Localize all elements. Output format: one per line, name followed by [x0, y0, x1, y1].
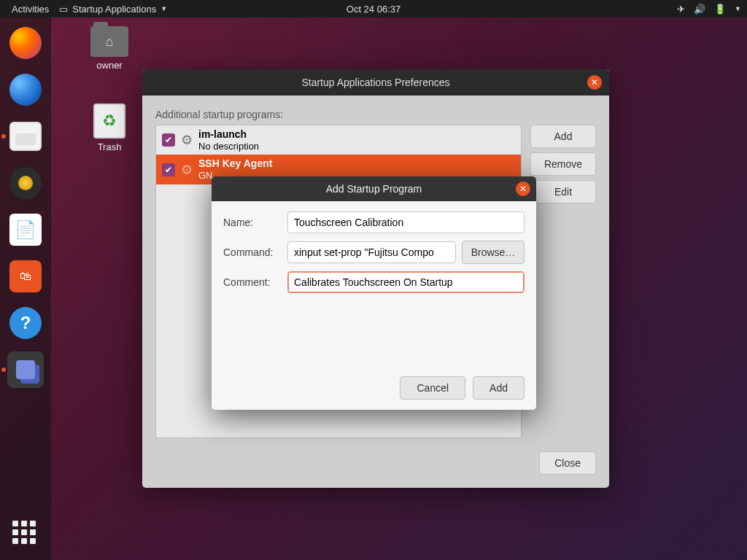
activities-button[interactable]: Activities	[6, 4, 55, 15]
dialog-title: Add Startup Program	[326, 183, 422, 195]
program-name: im-launch	[198, 128, 259, 141]
gear-icon: ⚙	[181, 162, 193, 178]
top-panel: Activities ▭ Startup Applications ▼ Oct …	[0, 0, 747, 18]
show-applications-button[interactable]	[12, 521, 39, 547]
program-description: No description	[198, 141, 259, 152]
edit-button[interactable]: Edit	[530, 180, 596, 203]
list-item[interactable]: ✔ ⚙ im-launch No description	[156, 125, 521, 155]
dock-thunderbird[interactable]	[7, 71, 44, 108]
close-icon: ✕	[591, 77, 598, 88]
dock-software[interactable]: 🛍	[7, 258, 44, 295]
chevron-down-icon: ▼	[160, 5, 167, 12]
app-menu-label: Startup Applications	[72, 4, 156, 15]
home-icon: ⌂	[90, 26, 128, 57]
dock: 📄 🛍 ?	[0, 18, 51, 560]
desktop-icon-label: Trash	[80, 141, 139, 152]
window-titlebar[interactable]: Startup Applications Preferences ✕	[142, 69, 609, 96]
clock[interactable]: Oct 24 06:37	[347, 4, 400, 15]
name-input[interactable]	[287, 211, 525, 233]
comment-label: Comment:	[223, 276, 282, 288]
add-button[interactable]: Add	[530, 125, 596, 148]
checkbox-enabled[interactable]: ✔	[162, 163, 175, 176]
recycle-icon: ♻	[95, 105, 124, 137]
program-name: SSH Key Agent	[198, 158, 272, 170]
dock-startup-applications[interactable]	[7, 351, 44, 388]
command-label: Command:	[223, 246, 282, 258]
desktop-home-folder[interactable]: ⌂ owner	[80, 26, 139, 71]
comment-input[interactable]	[287, 271, 525, 293]
cancel-button[interactable]: Cancel	[400, 376, 465, 400]
checkbox-enabled[interactable]: ✔	[162, 133, 175, 147]
gear-icon: ⚙	[181, 132, 193, 148]
add-startup-program-dialog: Add Startup Program ✕ Name: Command: Bro…	[212, 176, 536, 410]
close-window-button[interactable]: Close	[539, 451, 596, 475]
remove-button[interactable]: Remove	[530, 152, 596, 176]
window-icon: ▭	[59, 4, 68, 15]
dock-rhythmbox[interactable]	[7, 165, 44, 201]
desktop-icon-label: owner	[80, 60, 139, 71]
window-title: Startup Applications Preferences	[301, 77, 449, 88]
desktop-trash[interactable]: ♻ Trash	[80, 104, 139, 152]
dock-firefox[interactable]	[7, 25, 44, 61]
volume-icon[interactable]: 🔊	[694, 4, 705, 15]
dock-files[interactable]	[7, 118, 44, 155]
dialog-add-button[interactable]: Add	[473, 376, 525, 400]
close-icon: ✕	[519, 184, 527, 194]
dock-help[interactable]: ?	[7, 305, 44, 341]
dock-libreoffice-writer[interactable]: 📄	[7, 211, 44, 248]
command-input[interactable]	[287, 241, 456, 263]
browse-button[interactable]: Browse…	[462, 241, 525, 264]
name-label: Name:	[223, 217, 282, 228]
list-heading: Additional startup programs:	[155, 109, 596, 120]
battery-icon[interactable]: 🔋	[714, 4, 726, 15]
system-menu-chevron-icon[interactable]: ▼	[735, 5, 741, 12]
dialog-titlebar[interactable]: Add Startup Program ✕	[212, 176, 536, 201]
airplane-icon[interactable]: ✈	[677, 4, 685, 15]
dialog-close-button[interactable]: ✕	[516, 182, 530, 196]
close-button[interactable]: ✕	[587, 75, 602, 90]
app-menu[interactable]: ▭ Startup Applications ▼	[55, 4, 171, 15]
